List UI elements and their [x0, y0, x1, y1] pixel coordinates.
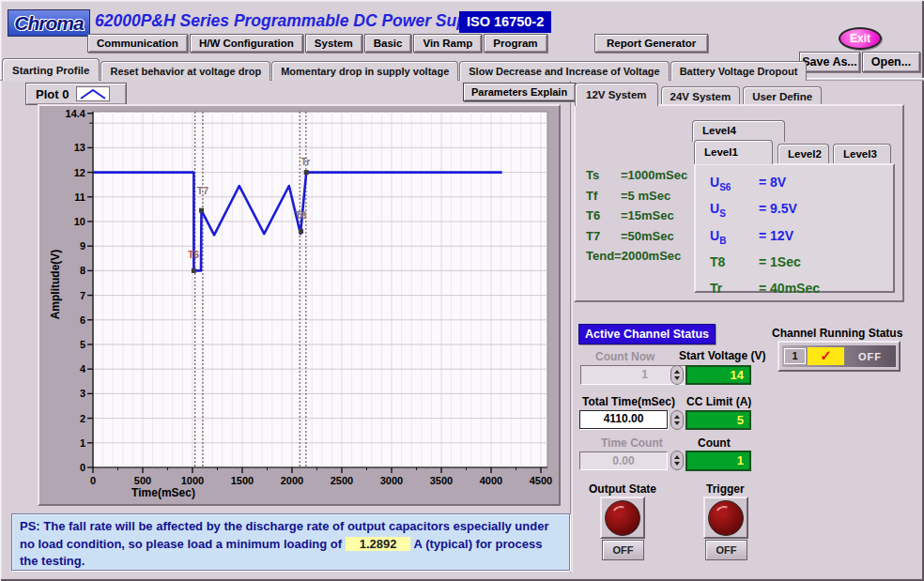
timing-param-row: T6=15mSec: [586, 206, 687, 226]
output-state-off-button[interactable]: OFF: [602, 540, 644, 560]
plot-legend-icon[interactable]: [76, 86, 110, 101]
timing-param-row: Tend=2000mSec: [586, 246, 687, 267]
spinner-up-icon[interactable]: [674, 370, 680, 374]
knob-icon[interactable]: [708, 500, 744, 536]
tab-level2[interactable]: Level2: [778, 144, 829, 164]
svg-text:T8: T8: [295, 209, 306, 221]
tab-level4[interactable]: Level4: [692, 120, 785, 142]
output-state-knob[interactable]: [600, 497, 645, 539]
check-icon[interactable]: ✓: [808, 347, 844, 365]
svg-text:2500: 2500: [331, 475, 353, 486]
svg-text:6: 6: [80, 314, 85, 326]
vin-ramp-button[interactable]: Vin Ramp: [413, 34, 482, 53]
hw-configuration-button[interactable]: H/W Configuration: [190, 34, 303, 53]
exit-button[interactable]: Exit: [839, 27, 882, 50]
svg-text:3500: 3500: [430, 475, 453, 486]
cc-limit-label: CC Limit (A): [686, 395, 751, 408]
level1-parameter-panel: US6= 8V US= 9.5V UB= 12V T8= 1Sec Tr= 40…: [694, 163, 895, 293]
cc-limit-spinner[interactable]: [670, 410, 684, 430]
tab-starting-profile[interactable]: Starting Profile: [2, 58, 100, 81]
count-label: Count: [698, 436, 731, 450]
svg-text:T7: T7: [197, 185, 208, 196]
communication-button[interactable]: Communication: [87, 34, 188, 53]
channel-running-status-label: Channel Running Status: [772, 327, 902, 340]
svg-text:4500: 4500: [530, 475, 552, 486]
svg-text:500: 500: [134, 475, 151, 486]
trigger-off-button[interactable]: OFF: [705, 540, 747, 560]
tab-12v-system[interactable]: 12V System: [575, 83, 658, 106]
svg-text:8: 8: [80, 265, 85, 276]
spinner-down-icon[interactable]: [674, 421, 680, 425]
save-as-button[interactable]: Save As...: [799, 52, 860, 72]
parameters-explain-button[interactable]: Parameters Explain: [463, 83, 576, 101]
plot-title: Plot 0: [36, 87, 69, 101]
tab-user-define[interactable]: User Define: [743, 86, 822, 106]
program-button[interactable]: Program: [484, 34, 547, 53]
svg-text:2: 2: [80, 413, 85, 424]
spinner-up-icon[interactable]: [674, 455, 680, 459]
total-time-field[interactable]: 4110.00: [579, 410, 668, 429]
tab-battery-voltage-dropout[interactable]: Battery Voltage Dropout: [670, 61, 808, 81]
channel-number-box: 1: [784, 348, 806, 364]
start-voltage-label: Start Voltage (V): [679, 349, 765, 362]
svg-text:14.4: 14.4: [66, 108, 86, 119]
time-count-field: 0.00: [579, 451, 668, 470]
plot-legend-bar[interactable]: Plot 0: [25, 83, 127, 105]
active-channel-status-badge: Active Channel Status: [578, 324, 716, 344]
system-tab-strip: 12V System 24V System User Define: [575, 83, 822, 106]
count-now-label: Count Now: [595, 350, 654, 363]
open-button[interactable]: Open...: [862, 52, 920, 72]
tab-slow-decrease-increase[interactable]: Slow Decrease and Increase of Voltage: [459, 61, 669, 81]
svg-text:11: 11: [74, 191, 85, 203]
svg-text:Time(mSec): Time(mSec): [131, 486, 195, 499]
trigger-label: Trigger: [706, 482, 745, 496]
trigger-knob[interactable]: [703, 497, 748, 539]
output-state-label: Output State: [589, 482, 656, 496]
count-display[interactable]: 1: [685, 451, 751, 471]
report-generator-button[interactable]: Report Generator: [594, 34, 708, 53]
svg-text:1: 1: [80, 437, 85, 449]
time-count-label: Time Count: [601, 436, 663, 450]
basic-button[interactable]: Basic: [364, 34, 412, 53]
chroma-logo: Chroma: [8, 9, 90, 37]
svg-text:0: 0: [90, 475, 96, 486]
svg-text:Amplitude(V): Amplitude(V): [49, 250, 62, 320]
iso-standard-badge: ISO 16750-2: [459, 11, 551, 33]
timing-param-row: Ts=1000mSec: [586, 165, 687, 186]
tab-level3[interactable]: Level3: [833, 144, 891, 164]
ps-note: PS: The fall rate will be affected by th…: [11, 513, 570, 571]
timing-parameters: Ts=1000mSec Tf=5 mSec T6=15mSec T7=50mSe…: [586, 165, 687, 267]
svg-text:10: 10: [74, 216, 85, 227]
svg-text:3: 3: [80, 388, 85, 399]
system-button[interactable]: System: [305, 34, 362, 53]
channel-running-state: OFF: [846, 351, 894, 362]
waveform-chart[interactable]: 0500100015002000250030003500400045000123…: [39, 106, 559, 504]
tab-24v-system[interactable]: 24V System: [661, 86, 741, 106]
svg-text:9: 9: [80, 240, 85, 252]
svg-text:7: 7: [80, 290, 85, 301]
count-spinner[interactable]: [670, 451, 684, 470]
svg-text:3000: 3000: [380, 475, 403, 486]
svg-text:12: 12: [74, 167, 85, 178]
cc-limit-display[interactable]: 5: [685, 410, 751, 430]
tab-momentary-drop[interactable]: Momentary drop in supply voltage: [271, 61, 458, 81]
svg-text:4: 4: [80, 363, 86, 375]
svg-text:13: 13: [74, 142, 85, 153]
knob-icon[interactable]: [605, 500, 640, 536]
svg-text:0: 0: [80, 462, 85, 473]
svg-text:2000: 2000: [281, 475, 303, 486]
spinner-down-icon[interactable]: [674, 376, 680, 380]
spinner-up-icon[interactable]: [674, 415, 680, 419]
application-window: Chroma 62000P&H Series Programmable DC P…: [0, 0, 924, 581]
channel-running-status-cluster[interactable]: 1 ✓ OFF: [778, 341, 901, 372]
start-voltage-spinner[interactable]: [670, 365, 684, 385]
level-param-ub: UB= 12V: [710, 225, 893, 252]
waveform-plot-panel: 0500100015002000250030003500400045000123…: [38, 104, 561, 506]
tab-reset-behavior[interactable]: Reset behavior at voltage drop: [100, 61, 270, 81]
svg-text:1000: 1000: [181, 475, 204, 486]
level-param-us: US= 9.5V: [710, 198, 893, 224]
start-voltage-display[interactable]: 14: [685, 365, 751, 385]
tab-level1[interactable]: Level1: [694, 140, 773, 164]
svg-text:5: 5: [80, 339, 85, 350]
spinner-down-icon[interactable]: [674, 462, 680, 466]
